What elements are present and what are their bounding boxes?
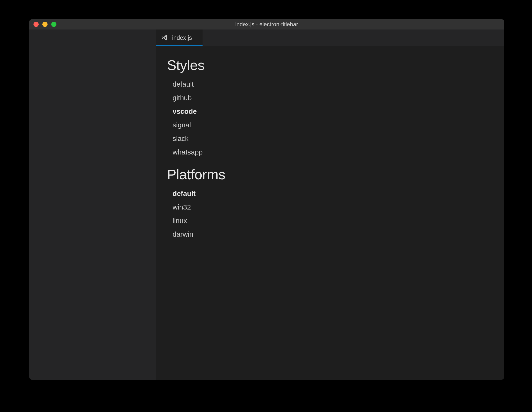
tab-indexjs[interactable]: index.js (156, 29, 202, 46)
close-button[interactable] (33, 22, 39, 27)
sidebar (29, 29, 156, 380)
style-option-github[interactable]: github (172, 91, 493, 105)
content-area: index.js Styles default github vscode si… (156, 29, 504, 380)
platform-option-linux[interactable]: linux (172, 214, 493, 227)
app-window: index.js - electron-titlebar index.js St… (29, 19, 504, 380)
titlebar[interactable]: index.js - electron-titlebar (29, 19, 504, 29)
platform-option-default[interactable]: default (172, 187, 493, 200)
style-option-default[interactable]: default (172, 77, 493, 91)
style-option-signal[interactable]: signal (172, 118, 493, 132)
editor-content: Styles default github vscode signal slac… (156, 46, 504, 380)
style-option-slack[interactable]: slack (172, 132, 493, 145)
tab-bar: index.js (156, 29, 504, 46)
style-option-whatsapp[interactable]: whatsapp (172, 145, 493, 159)
window-title: index.js - electron-titlebar (235, 21, 298, 28)
platforms-heading: Platforms (167, 167, 493, 183)
maximize-button[interactable] (51, 22, 57, 27)
minimize-button[interactable] (42, 22, 48, 27)
styles-list: default github vscode signal slack whats… (167, 77, 493, 159)
window-body: index.js Styles default github vscode si… (29, 29, 504, 380)
platform-option-win32[interactable]: win32 (172, 200, 493, 214)
styles-heading: Styles (167, 57, 493, 73)
platforms-list: default win32 linux darwin (167, 187, 493, 241)
vscode-icon (161, 34, 168, 41)
platform-option-darwin[interactable]: darwin (172, 227, 493, 241)
tab-label: index.js (172, 34, 192, 41)
style-option-vscode[interactable]: vscode (172, 105, 493, 118)
traffic-lights (29, 22, 57, 27)
